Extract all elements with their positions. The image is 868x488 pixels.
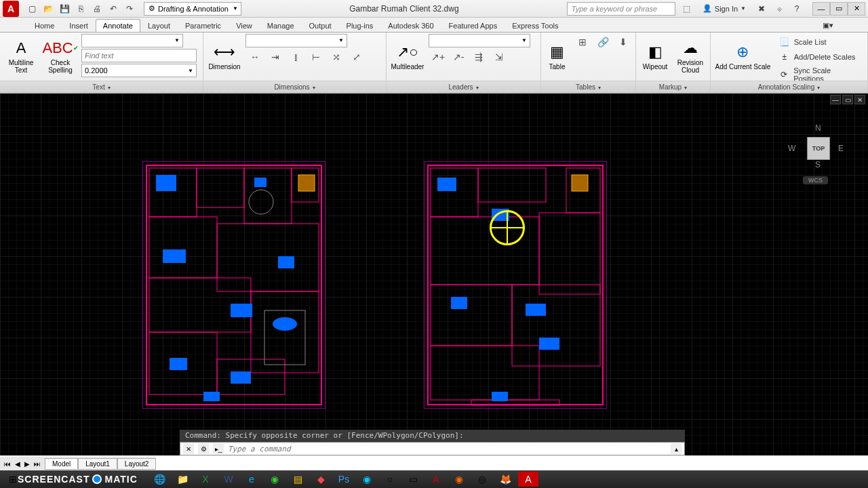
task-acad2-icon[interactable]: A [518, 472, 538, 487]
ribbon-minimize-icon[interactable]: ▣▾ [815, 18, 841, 32]
revision-cloud-button[interactable]: ☁ Revision Cloud [674, 34, 707, 79]
add-current-scale-button[interactable]: ⊕ Add Current Scale [713, 34, 772, 79]
task-app4-icon[interactable]: ▭ [403, 472, 423, 487]
minimize-button[interactable]: — [812, 2, 830, 16]
command-options-icon[interactable]: ⚙ [198, 443, 209, 454]
tab-annotate[interactable]: Annotate [96, 19, 140, 32]
layout-next-icon[interactable]: ▶ [23, 460, 31, 468]
open-icon[interactable]: 📂 [41, 1, 56, 16]
dim-linear-icon[interactable]: ↔ [245, 49, 264, 65]
task-edge-icon[interactable]: e [241, 472, 262, 487]
task-excel-icon[interactable]: X [195, 472, 216, 487]
task-chrome-icon[interactable]: ◎ [472, 472, 492, 487]
table-link-icon[interactable]: 🔗 [593, 34, 612, 50]
viewcube[interactable]: N S E W TOP WCS [787, 114, 848, 188]
task-chat-icon[interactable]: ◉ [264, 472, 285, 487]
tab-plugins[interactable]: Plug-ins [339, 19, 381, 32]
drawing-area[interactable]: — ▭ ✕ [0, 94, 868, 455]
dim-baseline-icon[interactable]: ⫿ [286, 49, 305, 65]
text-height-input[interactable]: 0.2000 [81, 64, 197, 77]
dimension-button[interactable]: ⟷ Dimension [206, 34, 243, 79]
tab-autodesk360[interactable]: Autodesk 360 [380, 19, 441, 32]
tab-parametric[interactable]: Parametric [178, 19, 229, 32]
task-app3-icon[interactable]: ○ [380, 472, 400, 487]
undo-icon[interactable]: ↶ [106, 1, 121, 16]
leader-add-icon[interactable]: ↗+ [429, 49, 448, 65]
panel-title-leaders[interactable]: Leaders [387, 81, 540, 93]
leader-align-icon[interactable]: ⇶ [469, 49, 488, 65]
command-input[interactable] [228, 445, 667, 453]
task-acad-icon[interactable]: A [426, 472, 446, 487]
panel-title-dimensions[interactable]: Dimensions [203, 81, 386, 93]
tab-manage[interactable]: Manage [260, 19, 302, 32]
exchange-icon[interactable]: ✖ [754, 2, 769, 16]
task-notes-icon[interactable]: ▤ [288, 472, 308, 487]
table-button[interactable]: ▦ Table [544, 34, 570, 79]
stayconnected-icon[interactable]: ⟐ [772, 2, 787, 16]
maximize-button[interactable]: ▭ [830, 2, 848, 16]
dim-ordinate-icon[interactable]: ⊢ [307, 49, 326, 65]
tab-insert[interactable]: Insert [62, 19, 96, 32]
dim-continue-icon[interactable]: ⇥ [266, 49, 285, 65]
command-close-icon[interactable]: ✕ [183, 443, 194, 454]
leader-collect-icon[interactable]: ⇲ [490, 49, 509, 65]
viewcube-cs[interactable]: WCS [803, 176, 828, 184]
multileader-button[interactable]: ↗○ Multileader [389, 34, 426, 79]
redo-icon[interactable]: ↷ [122, 1, 137, 16]
panel-title-text[interactable]: Text [0, 81, 203, 93]
scale-list-button[interactable]: 📃Scale List [779, 37, 861, 47]
close-button[interactable]: ✕ [848, 2, 865, 16]
save-icon[interactable]: 💾 [57, 1, 72, 16]
print-icon[interactable]: 🖨 [90, 1, 104, 16]
task-word-icon[interactable]: W [218, 472, 239, 487]
tab-output[interactable]: Output [302, 19, 339, 32]
tab-layout[interactable]: Layout [140, 19, 178, 32]
find-text-input[interactable] [81, 49, 197, 62]
table-extract-icon[interactable]: ⊞ [573, 34, 592, 50]
viewcube-north[interactable]: N [815, 123, 821, 133]
tab-home[interactable]: Home [27, 19, 62, 32]
layout-last-icon[interactable]: ⏭ [33, 460, 42, 468]
viewcube-top-face[interactable]: TOP [807, 137, 830, 160]
layout-first-icon[interactable]: ⏮ [3, 460, 12, 468]
add-delete-scales-button[interactable]: ±Add/Delete Scales [779, 52, 861, 62]
vp-maximize-icon[interactable]: ▭ [842, 95, 853, 104]
command-line[interactable]: ✕ ⚙ ▸_ ▴ [180, 442, 685, 455]
vp-close-icon[interactable]: ✕ [854, 95, 865, 104]
tab-expresstools[interactable]: Express Tools [505, 19, 566, 32]
help-icon[interactable]: ? [789, 2, 804, 16]
task-ie-icon[interactable]: 🌐 [149, 472, 170, 487]
new-icon[interactable]: ▢ [24, 1, 39, 16]
table-download-icon[interactable]: ⬇ [614, 34, 633, 50]
text-style-dropdown[interactable] [81, 34, 183, 47]
layout-tab-2[interactable]: Layout2 [117, 458, 157, 470]
task-firefox-icon[interactable]: 🦊 [495, 472, 515, 487]
dim-adjust-icon[interactable]: ⤢ [347, 49, 366, 65]
wipeout-button[interactable]: ◧ Wipeout [639, 34, 671, 79]
dim-style-dropdown[interactable] [245, 34, 347, 47]
task-explorer-icon[interactable]: 📁 [172, 472, 193, 487]
workspace-dropdown[interactable]: ⚙Drafting & Annotation [144, 2, 241, 16]
dim-break-icon[interactable]: ⤮ [327, 49, 346, 65]
viewcube-east[interactable]: E [838, 144, 844, 153]
viewcube-south[interactable]: S [815, 160, 821, 169]
leader-remove-icon[interactable]: ↗- [449, 49, 468, 65]
multiline-text-button[interactable]: A Multiline Text [3, 34, 39, 79]
viewcube-west[interactable]: W [788, 144, 795, 153]
task-ps-icon[interactable]: Ps [334, 472, 354, 487]
tab-featuredapps[interactable]: Featured Apps [441, 19, 505, 32]
layout-prev-icon[interactable]: ◀ [14, 460, 22, 468]
layout-tab-model[interactable]: Model [45, 458, 78, 470]
task-app2-icon[interactable]: ◉ [357, 472, 377, 487]
command-history-icon[interactable]: ▴ [671, 443, 682, 454]
saveas-icon[interactable]: ⎘ [73, 1, 88, 16]
search-input[interactable]: Type a keyword or phrase [567, 2, 675, 16]
check-spelling-button[interactable]: ABC✔ Check Spelling [42, 34, 79, 79]
task-app1-icon[interactable]: ◆ [311, 472, 331, 487]
infocenter-icon[interactable]: ⬚ [679, 2, 694, 16]
leader-style-dropdown[interactable] [429, 34, 530, 47]
task-app5-icon[interactable]: ◉ [449, 472, 469, 487]
app-logo[interactable]: A [3, 1, 19, 17]
panel-title-tables[interactable]: Tables [541, 81, 635, 93]
vp-minimize-icon[interactable]: — [830, 95, 841, 104]
